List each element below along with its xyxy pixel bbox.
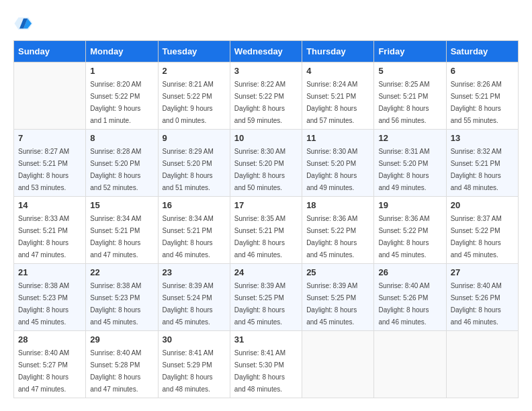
day-info: Sunrise: 8:40 AMSunset: 5:27 PMDaylight:… <box>18 349 69 393</box>
day-number: 15 <box>90 200 153 210</box>
logo <box>13 13 36 34</box>
day-cell: 9 Sunrise: 8:29 AMSunset: 5:20 PMDayligh… <box>158 130 230 197</box>
day-cell: 10 Sunrise: 8:30 AMSunset: 5:20 PMDaylig… <box>230 130 302 197</box>
day-cell: 27 Sunrise: 8:40 AMSunset: 5:26 PMDaylig… <box>446 264 518 331</box>
day-number: 10 <box>234 133 298 143</box>
day-info: Sunrise: 8:24 AMSunset: 5:21 PMDaylight:… <box>306 81 357 124</box>
day-info: Sunrise: 8:32 AMSunset: 5:21 PMDaylight:… <box>451 148 502 191</box>
day-cell: 11 Sunrise: 8:30 AMSunset: 5:20 PMDaylig… <box>302 130 374 197</box>
calendar-table: SundayMondayTuesdayWednesdayThursdayFrid… <box>13 40 519 398</box>
col-header-tuesday: Tuesday <box>158 41 230 62</box>
day-cell: 22 Sunrise: 8:38 AMSunset: 5:23 PMDaylig… <box>86 264 158 331</box>
day-info: Sunrise: 8:36 AMSunset: 5:22 PMDaylight:… <box>378 215 429 259</box>
col-header-wednesday: Wednesday <box>230 41 302 62</box>
day-info: Sunrise: 8:40 AMSunset: 5:26 PMDaylight:… <box>378 282 429 326</box>
day-info: Sunrise: 8:22 AMSunset: 5:22 PMDaylight:… <box>234 81 285 124</box>
day-info: Sunrise: 8:36 AMSunset: 5:22 PMDaylight:… <box>306 215 357 259</box>
day-number: 11 <box>306 133 369 143</box>
day-info: Sunrise: 8:20 AMSunset: 5:22 PMDaylight:… <box>90 81 141 124</box>
day-number: 29 <box>90 334 153 345</box>
day-number: 1 <box>90 66 153 76</box>
day-info: Sunrise: 8:37 AMSunset: 5:22 PMDaylight:… <box>451 215 502 259</box>
day-info: Sunrise: 8:40 AMSunset: 5:28 PMDaylight:… <box>90 349 141 393</box>
day-cell: 19 Sunrise: 8:36 AMSunset: 5:22 PMDaylig… <box>374 197 446 264</box>
day-number: 7 <box>18 133 81 143</box>
col-header-saturday: Saturday <box>446 41 518 62</box>
day-cell: 6 Sunrise: 8:26 AMSunset: 5:21 PMDayligh… <box>446 62 518 130</box>
day-info: Sunrise: 8:35 AMSunset: 5:21 PMDaylight:… <box>234 215 285 259</box>
day-number: 12 <box>378 133 441 143</box>
day-number: 27 <box>451 267 514 277</box>
col-header-monday: Monday <box>86 41 158 62</box>
day-number: 6 <box>451 66 514 76</box>
day-cell: 2 Sunrise: 8:21 AMSunset: 5:22 PMDayligh… <box>158 62 230 130</box>
day-info: Sunrise: 8:31 AMSunset: 5:20 PMDaylight:… <box>378 148 429 191</box>
day-cell <box>446 331 518 398</box>
day-number: 2 <box>163 66 226 76</box>
day-info: Sunrise: 8:41 AMSunset: 5:29 PMDaylight:… <box>163 349 214 393</box>
day-info: Sunrise: 8:27 AMSunset: 5:21 PMDaylight:… <box>18 148 69 191</box>
day-cell: 1 Sunrise: 8:20 AMSunset: 5:22 PMDayligh… <box>86 62 158 130</box>
col-header-friday: Friday <box>374 41 446 62</box>
day-cell: 23 Sunrise: 8:39 AMSunset: 5:24 PMDaylig… <box>158 264 230 331</box>
day-number: 24 <box>234 267 298 277</box>
day-cell: 3 Sunrise: 8:22 AMSunset: 5:22 PMDayligh… <box>230 62 302 130</box>
day-number: 9 <box>163 133 226 143</box>
day-cell: 21 Sunrise: 8:38 AMSunset: 5:23 PMDaylig… <box>14 264 86 331</box>
day-number: 16 <box>163 200 226 210</box>
day-cell: 20 Sunrise: 8:37 AMSunset: 5:22 PMDaylig… <box>446 197 518 264</box>
day-cell: 25 Sunrise: 8:39 AMSunset: 5:25 PMDaylig… <box>302 264 374 331</box>
day-number: 17 <box>234 200 298 210</box>
day-number: 26 <box>378 267 441 277</box>
day-info: Sunrise: 8:21 AMSunset: 5:22 PMDaylight:… <box>163 81 214 124</box>
day-info: Sunrise: 8:28 AMSunset: 5:20 PMDaylight:… <box>90 148 141 191</box>
day-info: Sunrise: 8:30 AMSunset: 5:20 PMDaylight:… <box>306 148 357 191</box>
day-cell: 15 Sunrise: 8:34 AMSunset: 5:21 PMDaylig… <box>86 197 158 264</box>
week-row-5: 28 Sunrise: 8:40 AMSunset: 5:27 PMDaylig… <box>14 331 519 398</box>
day-cell: 16 Sunrise: 8:34 AMSunset: 5:21 PMDaylig… <box>158 197 230 264</box>
day-number: 18 <box>306 200 369 210</box>
day-number: 30 <box>163 334 226 345</box>
day-number: 28 <box>18 334 81 345</box>
day-number: 13 <box>451 133 514 143</box>
header-row: SundayMondayTuesdayWednesdayThursdayFrid… <box>14 41 519 62</box>
day-info: Sunrise: 8:38 AMSunset: 5:23 PMDaylight:… <box>18 282 69 326</box>
day-cell: 30 Sunrise: 8:41 AMSunset: 5:29 PMDaylig… <box>158 331 230 398</box>
day-info: Sunrise: 8:34 AMSunset: 5:21 PMDaylight:… <box>90 215 141 259</box>
day-info: Sunrise: 8:40 AMSunset: 5:26 PMDaylight:… <box>451 282 502 326</box>
day-number: 20 <box>451 200 514 210</box>
day-info: Sunrise: 8:29 AMSunset: 5:20 PMDaylight:… <box>163 148 214 191</box>
day-cell: 24 Sunrise: 8:39 AMSunset: 5:25 PMDaylig… <box>230 264 302 331</box>
day-info: Sunrise: 8:25 AMSunset: 5:21 PMDaylight:… <box>378 81 429 124</box>
day-cell <box>14 62 86 130</box>
day-number: 8 <box>90 133 153 143</box>
day-number: 19 <box>378 200 441 210</box>
day-cell: 26 Sunrise: 8:40 AMSunset: 5:26 PMDaylig… <box>374 264 446 331</box>
day-cell: 14 Sunrise: 8:33 AMSunset: 5:21 PMDaylig… <box>14 197 86 264</box>
day-cell: 5 Sunrise: 8:25 AMSunset: 5:21 PMDayligh… <box>374 62 446 130</box>
day-number: 3 <box>234 66 298 76</box>
day-info: Sunrise: 8:33 AMSunset: 5:21 PMDaylight:… <box>18 215 69 259</box>
day-info: Sunrise: 8:39 AMSunset: 5:25 PMDaylight:… <box>306 282 357 326</box>
day-cell: 31 Sunrise: 8:41 AMSunset: 5:30 PMDaylig… <box>230 331 302 398</box>
day-cell: 13 Sunrise: 8:32 AMSunset: 5:21 PMDaylig… <box>446 130 518 197</box>
day-cell <box>374 331 446 398</box>
day-cell: 8 Sunrise: 8:28 AMSunset: 5:20 PMDayligh… <box>86 130 158 197</box>
day-number: 4 <box>306 66 369 76</box>
day-cell: 4 Sunrise: 8:24 AMSunset: 5:21 PMDayligh… <box>302 62 374 130</box>
day-info: Sunrise: 8:30 AMSunset: 5:20 PMDaylight:… <box>234 148 285 191</box>
day-cell: 17 Sunrise: 8:35 AMSunset: 5:21 PMDaylig… <box>230 197 302 264</box>
week-row-4: 21 Sunrise: 8:38 AMSunset: 5:23 PMDaylig… <box>14 264 519 331</box>
day-number: 22 <box>90 267 153 277</box>
day-number: 14 <box>18 200 81 210</box>
week-row-3: 14 Sunrise: 8:33 AMSunset: 5:21 PMDaylig… <box>14 197 519 264</box>
day-number: 31 <box>234 334 298 345</box>
col-header-sunday: Sunday <box>14 41 86 62</box>
day-cell: 18 Sunrise: 8:36 AMSunset: 5:22 PMDaylig… <box>302 197 374 264</box>
week-row-1: 1 Sunrise: 8:20 AMSunset: 5:22 PMDayligh… <box>14 62 519 130</box>
day-info: Sunrise: 8:34 AMSunset: 5:21 PMDaylight:… <box>163 215 214 259</box>
day-cell: 28 Sunrise: 8:40 AMSunset: 5:27 PMDaylig… <box>14 331 86 398</box>
day-cell <box>302 331 374 398</box>
day-info: Sunrise: 8:41 AMSunset: 5:30 PMDaylight:… <box>234 349 285 393</box>
day-info: Sunrise: 8:38 AMSunset: 5:23 PMDaylight:… <box>90 282 141 326</box>
